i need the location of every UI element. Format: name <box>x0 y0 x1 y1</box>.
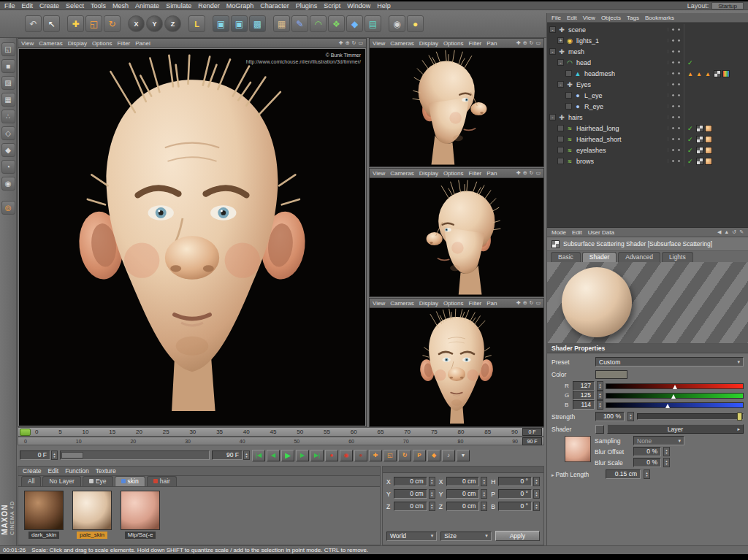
object-tree-row[interactable]: - mesh <box>547 46 748 57</box>
render-settings-button[interactable]: ▩ <box>249 15 266 32</box>
size-stepper[interactable] <box>481 489 487 499</box>
checker-tag[interactable] <box>696 147 703 154</box>
object-tree-row[interactable]: - head <box>547 57 748 68</box>
add-deformer-button[interactable]: ◆ <box>346 15 363 32</box>
end-frame-stepper[interactable] <box>243 450 250 460</box>
zoom-view-icon[interactable]: ⊕ <box>523 300 527 306</box>
coordinate-mode-dropdown[interactable]: World <box>386 532 437 541</box>
menu-item[interactable]: Mesh <box>112 2 129 9</box>
viewport-menu-item[interactable]: Pan <box>486 40 497 47</box>
channel-stepper[interactable] <box>597 391 603 400</box>
viewport-menu-item[interactable]: Options <box>92 40 112 47</box>
workplane-mode-button[interactable]: ▦ <box>1 93 15 107</box>
pan-view-icon[interactable]: ✚ <box>516 300 521 306</box>
playback-options-button[interactable]: ▾ <box>457 450 470 461</box>
attribute-manager-menu-item[interactable]: User Data <box>588 229 614 236</box>
viewport-menu-item[interactable]: Display <box>419 170 438 177</box>
material-thumbnail[interactable] <box>24 491 64 530</box>
menu-item[interactable]: Render <box>198 2 220 9</box>
expand-toggle[interactable] <box>557 136 564 142</box>
zoom-view-icon[interactable]: ⊕ <box>523 40 527 46</box>
nav-back-icon[interactable]: ◀ <box>717 229 721 235</box>
viewport-menu-item[interactable]: Pan <box>486 300 497 307</box>
undo-button[interactable]: ↶ <box>25 15 42 32</box>
range-end-field[interactable]: 90 F <box>522 437 542 445</box>
material-item[interactable]: pale_skin <box>72 491 112 539</box>
size-field[interactable]: 0 cm <box>446 502 480 511</box>
object-tree-row[interactable]: + lights_1 <box>547 35 748 46</box>
render-picture-viewer-button[interactable]: ▣ <box>231 15 248 32</box>
channel-stepper[interactable] <box>597 381 603 391</box>
expand-toggle[interactable] <box>565 92 572 99</box>
key-rotation-toggle[interactable]: ↻ <box>398 450 411 461</box>
lock-z-button[interactable]: Z <box>164 15 181 32</box>
visibility-dots[interactable] <box>668 93 684 97</box>
strength-field[interactable]: 100 % <box>595 412 625 421</box>
viewport-left-canvas[interactable] <box>370 178 543 296</box>
hairmat-tag[interactable] <box>705 147 712 154</box>
material-thumbnail[interactable] <box>121 491 160 530</box>
layer-button[interactable]: Layer <box>607 424 744 434</box>
object-tree-row[interactable]: brows <box>547 156 748 166</box>
rotation-field[interactable]: 0 ° <box>498 502 532 511</box>
expand-toggle[interactable] <box>557 125 564 131</box>
viewport-menu-item[interactable]: Display <box>68 40 87 47</box>
object-name[interactable]: Hairhead_long <box>576 125 619 132</box>
rotate-view-icon[interactable]: ↻ <box>530 170 534 176</box>
object-tree-row[interactable]: headmesh <box>547 68 748 79</box>
attribute-tab[interactable]: Advanced <box>618 252 660 262</box>
visibility-dots[interactable] <box>668 137 684 141</box>
toggle-view-icon[interactable]: ▭ <box>535 170 541 176</box>
object-name[interactable]: Hairhead_short <box>576 136 622 143</box>
rotation-field[interactable]: 0 ° <box>498 477 532 486</box>
prev-frame-button[interactable]: ◀ <box>267 450 280 461</box>
pin-icon[interactable]: ▲ <box>724 229 729 235</box>
size-field[interactable]: 0 cm <box>446 477 480 486</box>
object-name[interactable]: hairs <box>568 114 583 121</box>
shader-preview-area[interactable] <box>547 262 748 344</box>
object-manager-menu-item[interactable]: Objects <box>601 15 621 21</box>
sound-toggle[interactable]: ♪ <box>442 450 455 461</box>
add-array-button[interactable]: ❖ <box>328 15 345 32</box>
position-stepper[interactable] <box>429 489 435 499</box>
expand-toggle[interactable] <box>565 70 572 77</box>
blur-offset-stepper[interactable] <box>663 447 670 456</box>
visibility-dots[interactable] <box>668 72 684 75</box>
position-field[interactable]: 0 cm <box>394 502 427 511</box>
object-tree-row[interactable]: Hairhead_short <box>547 134 748 145</box>
check-tag[interactable] <box>687 158 695 165</box>
viewport-menu-item[interactable]: View <box>373 300 385 307</box>
viewport-menu-item[interactable]: Cameras <box>39 40 62 47</box>
viewport-front[interactable]: ViewCamerasDisplayOptionsFilterPan ✚⊕↻▭ <box>369 298 544 427</box>
menu-item[interactable]: Window <box>347 2 370 9</box>
visibility-dots[interactable] <box>668 50 684 53</box>
viewport-menu-item[interactable]: View <box>373 40 385 47</box>
add-environment-button[interactable]: ▤ <box>365 15 381 32</box>
viewport-menu-item[interactable]: Cameras <box>390 300 413 307</box>
shader-clear-button[interactable] <box>595 425 604 434</box>
menu-item[interactable]: Help <box>377 2 391 9</box>
material-name[interactable]: Mip/Sa(-e <box>125 532 156 539</box>
toggle-view-icon[interactable]: ▭ <box>535 40 541 46</box>
menu-item[interactable]: Create <box>39 2 59 9</box>
position-field[interactable]: 0 cm <box>394 489 427 499</box>
menu-item[interactable]: MoGraph <box>226 2 254 9</box>
visibility-dots[interactable] <box>668 115 684 119</box>
tri-tag[interactable] <box>696 70 703 77</box>
material-item[interactable]: Mip/Sa(-e <box>121 491 160 539</box>
path-length-field[interactable]: 0.15 cm <box>606 469 641 479</box>
visibility-dots[interactable] <box>668 159 684 163</box>
expand-toggle[interactable]: + <box>557 37 564 44</box>
viewport-menu-item[interactable]: Options <box>443 170 464 177</box>
blur-scale-field[interactable]: 0 % <box>633 458 661 467</box>
add-camera-button[interactable]: ◉ <box>389 15 405 32</box>
rotate-view-icon[interactable]: ↻ <box>352 40 356 46</box>
viewport-menu-item[interactable]: Display <box>419 40 438 47</box>
viewport-menu-item[interactable]: Pan <box>486 170 497 177</box>
toggle-view-icon[interactable]: ▭ <box>535 300 541 306</box>
points-mode-button[interactable]: ∴ <box>1 110 15 123</box>
zoom-view-icon[interactable]: ⊕ <box>523 170 527 176</box>
viewport-menu-item[interactable]: Cameras <box>390 170 413 177</box>
object-name[interactable]: Eyes <box>576 81 591 88</box>
check-tag[interactable] <box>687 125 695 132</box>
